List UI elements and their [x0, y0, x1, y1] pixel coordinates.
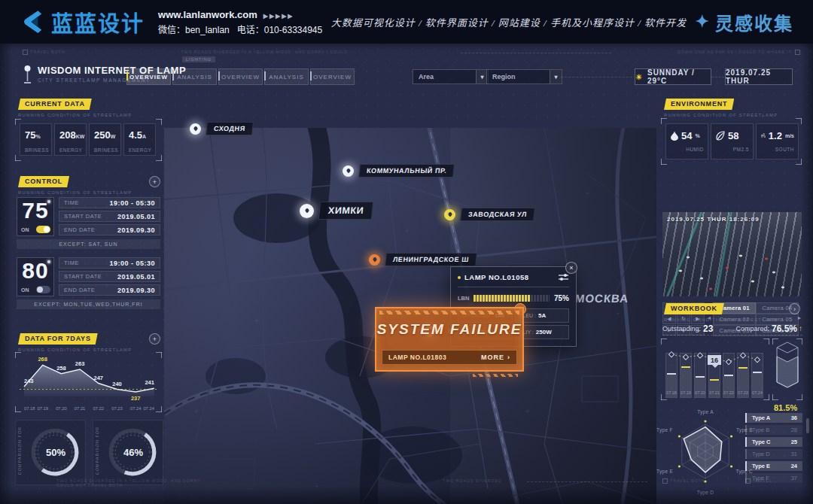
start-date-row[interactable]: START DATE2019.05.01	[59, 271, 160, 282]
svg-text:+: +	[315, 483, 318, 490]
connector-line	[561, 77, 632, 77]
time-row[interactable]: TIME19:00 - 05:30	[59, 197, 160, 208]
deco-top-badge: LIGHTING	[182, 56, 215, 62]
deco-checkbox	[795, 50, 800, 55]
deco-top-left: TRAVEL BOTH	[23, 50, 65, 55]
map-pin-icon[interactable]	[300, 204, 314, 218]
sliders-icon[interactable]	[558, 273, 569, 281]
svg-text:+: +	[525, 408, 529, 415]
type-row-a[interactable]: Type A36	[745, 413, 802, 423]
deco-divider	[461, 53, 611, 53]
svg-text:+: +	[217, 167, 221, 175]
lanlan-logo-text: 蓝蓝设计	[51, 6, 145, 38]
svg-text:07.24: 07.24	[143, 406, 154, 411]
deco-top-right: DOWN ONE AS FAR AS I COULD TO WHERE IT	[678, 50, 792, 54]
screen: 蓝蓝设计 www.lanlanwork.com▶▶▶▶▶ 微信：ben_lanl…	[0, 0, 813, 504]
comparison-gauge-1: COMPARISON FOR 50%	[15, 420, 86, 485]
tab-overview-1[interactable]: OVERVIEW	[126, 68, 171, 85]
tab-label: OVERVIEW	[129, 74, 168, 80]
panel-subtitle: RUNNING CONDITION OF STREETLAMP	[18, 190, 132, 195]
map-pin-icon[interactable]	[343, 165, 354, 177]
on-label: ON	[21, 287, 29, 293]
dim-level-box-2: 80 ON	[17, 257, 54, 296]
banner-phone: 电话：010-63334945	[237, 25, 322, 35]
comparison-gauge-2: COMPARISON FOR 46%	[93, 420, 163, 485]
power-toggle[interactable]	[36, 226, 50, 233]
svg-text:240: 240	[112, 381, 122, 387]
area-select[interactable]: Area	[413, 69, 489, 84]
environment-badge: ENVIRONMENT	[664, 99, 734, 110]
more-button[interactable]: MORE	[481, 354, 510, 361]
svg-text:07.19: 07.19	[37, 406, 48, 411]
lbn-progress-bar[interactable]	[473, 295, 550, 302]
region-select[interactable]: Region	[486, 69, 562, 84]
type-row-e[interactable]: Type E24	[745, 461, 802, 471]
except-bar: EXCEPT: SAT, SUN	[17, 239, 160, 249]
end-date-row[interactable]: END DATE2019.09.30	[59, 224, 160, 235]
sun-icon	[635, 73, 643, 81]
compared-value: 76.5%	[772, 323, 797, 334]
map-label-skhodnya[interactable]: СХОДНЯ	[190, 122, 253, 135]
streetlamp-icon	[23, 65, 32, 84]
map-label-kommunalny[interactable]: КОММУНАЛЬНЫЙ ПР.	[343, 164, 454, 178]
close-icon[interactable]	[565, 262, 577, 274]
stat-card-briness: 75% BRINESS	[20, 123, 52, 156]
banner-arrows: ▶▶▶▶▶	[263, 13, 294, 20]
on-label: ON	[21, 227, 29, 232]
tab-analysis-2[interactable]: ANALYSIS	[264, 68, 309, 85]
svg-text:268: 268	[38, 356, 47, 363]
chevron-right-icon[interactable]	[789, 303, 800, 314]
plus-icon[interactable]	[149, 333, 160, 345]
start-date-row[interactable]: START DATE2019.05.01	[59, 211, 160, 222]
prism-value: 81.5%	[774, 403, 797, 412]
tab-label: OVERVIEW	[221, 74, 260, 80]
date-widget: 2019.07.25 THUR	[725, 68, 793, 85]
map-pin-yellow-icon[interactable]	[444, 209, 455, 220]
inspiration-collect: ✦ 灵感收集	[696, 9, 793, 35]
banner-website: www.lanlanwork.com	[158, 9, 257, 20]
svg-text:+: +	[194, 408, 198, 415]
time-row[interactable]: TIME19:00 - 05:30	[59, 257, 160, 269]
dashboard: TRAVEL BOTH TWO ROADS DIVERGED IN A YELL…	[0, 44, 813, 504]
map-label-leningradskoe[interactable]: ЛЕНИНГРАДСКОЕ Ш	[369, 253, 477, 266]
plus-icon[interactable]	[149, 176, 160, 187]
map-pin-icon[interactable]	[190, 123, 201, 135]
panel-subtitle: RUNNING CONDITION OF STREETLAMP	[664, 113, 778, 117]
camera-feed[interactable]: 2019.07.25 THUR 18:26:09	[662, 212, 802, 296]
wind-icon	[761, 132, 766, 140]
chevron-down-icon	[550, 70, 562, 83]
env-card-humid: 54% HUMID	[665, 123, 708, 159]
tab-overview-3[interactable]: OVERVIEW	[310, 68, 355, 85]
end-date-row[interactable]: END DATE2019.09.30	[59, 284, 160, 296]
brightness-row: LBN 75%	[458, 294, 569, 302]
top-banner: 蓝蓝设计 www.lanlanwork.com▶▶▶▶▶ 微信：ben_lanl…	[0, 0, 813, 44]
region-select-value: Region	[492, 73, 516, 80]
tab-analysis-1[interactable]: ANALYSIS	[172, 68, 217, 85]
tab-overview-2[interactable]: OVERVIEW	[218, 68, 263, 85]
svg-text:07.21: 07.21	[75, 406, 86, 411]
svg-text:258: 258	[56, 365, 66, 372]
alarm-lamp-id: LAMP NO.L01803	[388, 354, 446, 361]
svg-text:+: +	[405, 227, 409, 235]
map-pin-orange-icon[interactable]	[369, 254, 380, 266]
type-row-c[interactable]: Type C25	[745, 437, 802, 447]
env-card-wind: 1.2m/s SOUTH	[756, 123, 799, 159]
type-row-b[interactable]: Type B28	[745, 425, 802, 435]
scrollbar[interactable]	[806, 418, 809, 433]
outstanding-count: 23	[703, 323, 713, 334]
power-toggle[interactable]	[36, 286, 50, 293]
except-bar: EXCEPT: MON,TUE,WED,THUR,FRI	[17, 299, 160, 309]
svg-text:237: 237	[131, 395, 141, 402]
stat-card-watt: 250W BRINESS	[89, 123, 121, 156]
gauge-label: COMPARISON FOR	[95, 427, 99, 475]
map-label-khimki[interactable]: ХИМКИ	[300, 202, 373, 220]
chevron-right-icon	[507, 354, 510, 361]
type-row-d[interactable]: Type D31	[745, 449, 802, 459]
leaf-icon	[716, 131, 725, 141]
lanlan-logo-icon	[20, 9, 45, 35]
banner-contact: www.lanlanwork.com▶▶▶▶▶ 微信：ben_lanlan 电话…	[158, 9, 322, 35]
data-7days-badge: DATA FOR 7DAYS	[18, 333, 98, 345]
svg-text:07.24: 07.24	[130, 406, 142, 411]
map-label-zavodskaya[interactable]: ЗАВОДСКАЯ УЛ	[444, 208, 534, 221]
alarm-title: SYSTEM FAILURE	[376, 321, 522, 338]
